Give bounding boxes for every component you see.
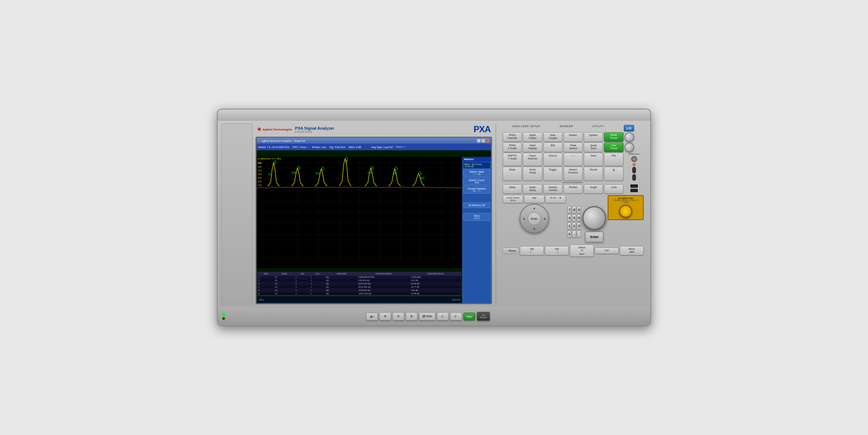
enter-btn-large[interactable]: Enter: [585, 231, 604, 242]
vol-up-btn[interactable]: 🔊: [450, 312, 462, 320]
instrument-title: PXA Signal Analyzer 3 Hz-26.5 GHz: [295, 126, 334, 133]
meas-setup-btn[interactable]: MeasSetup: [523, 184, 542, 194]
peak-search-btn[interactable]: PeakSearch: [564, 143, 583, 152]
nav-up-arrow[interactable]: ▲: [533, 206, 536, 210]
num-7[interactable]: 7: [567, 206, 571, 213]
all-markers-off-btn[interactable]: All Markers Off: [463, 202, 490, 208]
amptd-y-scale-btn[interactable]: AMPTDY Scale: [503, 153, 522, 166]
meas-btn[interactable]: Meas: [503, 184, 522, 194]
num-9[interactable]: 9: [577, 206, 581, 213]
atten-info: Atten: 8 dB: [348, 146, 361, 148]
power-btn[interactable]: ⏻ I: [366, 313, 378, 320]
file-btn[interactable]: File: [604, 153, 623, 166]
restart-btn[interactable]: Restart: [564, 184, 583, 194]
return-btn[interactable]: ← Return: [503, 248, 519, 254]
trace-detector-btn[interactable]: Trace/Detector: [523, 153, 542, 166]
marker-function-btn[interactable]: MarkerFunction: [564, 167, 583, 181]
probe-label: Probe Power: [629, 153, 639, 155]
instrument-freq: 3 Hz-26.5 GHz: [295, 130, 334, 133]
pxa-logo: PXA: [474, 124, 491, 134]
headphone-jack: [632, 167, 636, 173]
screen-btn-2[interactable]: ⊟: [393, 312, 404, 320]
tab-left-btn[interactable]: Tab|←: [520, 246, 544, 255]
brand-name: Agilent Technologies: [263, 128, 292, 131]
knob-1[interactable]: [625, 132, 634, 142]
top-bar: [218, 109, 650, 121]
tab-right-btn[interactable]: Tab→|: [545, 246, 569, 255]
col-mkr: MKR: [258, 272, 274, 276]
screen-area: ✳ Agilent Spectrum Analyzer - Swept SA _…: [256, 137, 492, 304]
ctrl-btn[interactable]: Ctrl: [595, 248, 619, 254]
win-close[interactable]: ✕: [486, 139, 489, 143]
nav-enter-center[interactable]: Enter: [528, 212, 541, 225]
nav-down-arrow[interactable]: ▼: [533, 227, 536, 231]
win-restore[interactable]: □: [481, 139, 485, 143]
screen-info-bar: Marker 7 Δ -30.014300 kHz PRO: Close ↔ I…: [257, 144, 491, 150]
menu-alt-btn[interactable]: Menu(Alt): [620, 246, 644, 255]
marker-btn[interactable]: Marker: [564, 132, 583, 142]
rotary-knob[interactable]: [582, 206, 606, 230]
num-0[interactable]: 0: [567, 230, 571, 238]
sweep-control-btn[interactable]: Sweep/Control: [543, 184, 563, 194]
num-5[interactable]: 5: [572, 214, 576, 222]
system-btn[interactable]: System: [584, 132, 603, 142]
num-3[interactable]: 3: [577, 222, 581, 230]
num-decimal[interactable]: .: [572, 230, 576, 238]
freq-channel-btn[interactable]: FREQChannel: [503, 132, 522, 142]
mode-btn[interactable]: Mode: [503, 167, 522, 181]
num-8[interactable]: 8: [572, 206, 576, 213]
marker-count-btn[interactable]: Marker Count [Off]: [463, 177, 490, 185]
nav-numpad-row: Local Cancel (Esc) Del Bk Sp ← ■ ▲ ▼ ◄ ►…: [501, 194, 645, 243]
bk-sp-btn[interactable]: Bk Sp ← ■: [545, 195, 566, 203]
mode-preset-btn[interactable]: ModePreset: [604, 132, 623, 142]
num-1[interactable]: 1: [567, 222, 571, 230]
knob-2[interactable]: [625, 143, 634, 152]
couple-markers-btn[interactable]: Couple Markers On Off: [463, 186, 490, 194]
more-btn[interactable]: More 2 of 2: [463, 213, 490, 221]
screen-title: Agilent Spectrum Analyzer - Swept SA: [261, 140, 305, 142]
num-2[interactable]: 2: [572, 222, 576, 230]
select-btn[interactable]: Select☑Space: [570, 245, 594, 257]
single-btn[interactable]: Single: [584, 184, 603, 194]
mode-setup-btn[interactable]: ModeSetup: [523, 167, 542, 181]
usb-section: [625, 184, 644, 194]
screen-btn-3[interactable]: ⊠: [406, 312, 417, 320]
recall-btn[interactable]: Recall: [584, 167, 603, 181]
user-preset-btn[interactable]: UserPreset: [604, 143, 623, 152]
screen-btn-1[interactable]: ⊞: [379, 312, 391, 320]
rf-section: RF INPUT 50Ω +30 dBm (1W) MAX ⚠ 6 VDC, D…: [608, 195, 644, 220]
local-cancel-btn[interactable]: Local Cancel (Esc): [503, 195, 523, 203]
cont-btn[interactable]: Cont: [604, 184, 623, 194]
svg-text:2Δ1: 2Δ1: [368, 171, 372, 174]
marker-table-btn[interactable]: Marker Table On Off: [463, 169, 490, 177]
bottom-section: ⏻ I ⊞ ⊟ ⊠ 🔇 Mute 🔉 🔊 Help FullScreen: [218, 307, 650, 326]
nav-left-arrow[interactable]: ◄: [522, 217, 525, 220]
marker-right-btn[interactable]: —→: [564, 153, 583, 166]
num-6[interactable]: 6: [577, 214, 581, 222]
rf-connector[interactable]: [619, 205, 632, 218]
win-minimize[interactable]: _: [477, 139, 481, 143]
print-btn[interactable]: 🖨: [604, 167, 623, 181]
span-x-scale-btn[interactable]: SPANX Scale: [503, 143, 522, 152]
fullscreen-btn[interactable]: FullScreen: [477, 312, 490, 321]
col-fw: FUNCTION WIDTH: [358, 272, 410, 276]
trigger-btn[interactable]: Trigger: [543, 167, 563, 181]
quick-save-btn[interactable]: QuickSave: [584, 143, 603, 152]
probe-knob[interactable]: [631, 156, 637, 162]
vol-down-btn[interactable]: 🔉: [437, 312, 449, 320]
view-display-btn[interactable]: View/Display: [523, 143, 542, 152]
nav-right-arrow[interactable]: ►: [543, 217, 546, 220]
auto-couple-btn[interactable]: AutoCouple: [543, 132, 563, 142]
table-row: 4 A1 1 f [Δ] 30.01 kHz {Δ} -31.77 dB: [258, 285, 461, 289]
nav-ring[interactable]: ▲ ▼ ◄ ► Enter: [520, 204, 549, 233]
del-btn[interactable]: Del: [524, 195, 545, 203]
brand-info: ✳ Agilent Technologies PXA Signal Analyz…: [257, 126, 334, 133]
help-btn[interactable]: Help: [463, 313, 475, 320]
save-btn[interactable]: Save: [584, 153, 603, 166]
mute-btn[interactable]: 🔇 Mute: [419, 312, 435, 320]
header-bar: ✳ Agilent Technologies PXA Signal Analyz…: [256, 123, 492, 135]
bw-btn[interactable]: BW: [543, 143, 563, 152]
input-output-btn[interactable]: Input/Output: [523, 132, 542, 142]
source-btn[interactable]: Source: [543, 153, 563, 166]
num-4[interactable]: 4: [567, 214, 571, 222]
